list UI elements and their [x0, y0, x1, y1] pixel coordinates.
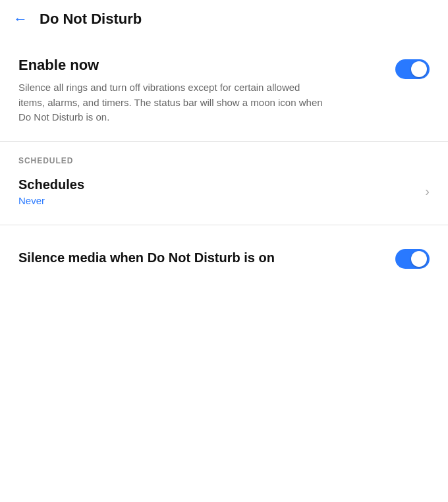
back-icon[interactable]: ← [13, 11, 28, 28]
header: ← Do Not Disturb [0, 0, 448, 38]
schedules-row[interactable]: Schedules Never › [0, 175, 448, 222]
enable-now-section: Enable now Silence all rings and turn of… [0, 38, 448, 138]
divider-1 [0, 141, 448, 142]
silence-media-toggle[interactable] [395, 249, 430, 269]
enable-now-label: Enable now [18, 57, 395, 74]
divider-2 [0, 225, 448, 225]
enable-now-description: Silence all rings and turn off vibration… [18, 80, 328, 125]
chevron-right-icon: › [425, 184, 430, 199]
schedules-content: Schedules Never [18, 177, 84, 206]
silence-media-label: Silence media when Do Not Disturb is on [18, 248, 275, 267]
enable-now-toggle[interactable] [395, 59, 430, 79]
page-title: Do Not Disturb [40, 11, 142, 28]
schedules-subtitle: Never [18, 195, 84, 206]
silence-media-section: Silence media when Do Not Disturb is on [0, 228, 448, 282]
silence-toggle-thumb [411, 251, 427, 267]
toggle-thumb [411, 61, 427, 77]
schedules-title: Schedules [18, 177, 84, 192]
scheduled-section-label: SCHEDULED [0, 144, 448, 175]
